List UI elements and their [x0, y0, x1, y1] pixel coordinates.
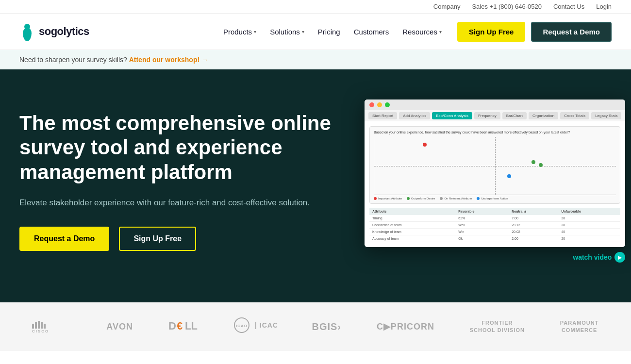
legend-label-relevant: On Relevant Attribute [444, 197, 472, 200]
chevron-down-icon: ▾ [302, 29, 304, 34]
brand-paramount: PARAMOUNTCOMMERCE [560, 319, 599, 334]
icao-logo-icon: ICAO | ICAO [233, 317, 277, 334]
svg-rect-4 [44, 324, 46, 329]
sales-link[interactable]: Sales +1 (800) 646-0520 [472, 3, 541, 10]
brand-dell: D € LL [168, 318, 198, 335]
watch-video-text: watch video [573, 253, 612, 261]
svg-text:ICAO: ICAO [236, 324, 248, 328]
col-neutral: Neutral ± [509, 208, 558, 215]
col-attribute: Attribute [369, 208, 455, 215]
nav-demo-button[interactable]: Request a Demo [531, 22, 612, 42]
cell-knowledge: Knowledge of team [369, 229, 455, 235]
svg-text:D: D [168, 320, 176, 332]
legend-label-outperform: Outperform Desire [411, 197, 435, 200]
chart-dot-green1 [531, 160, 535, 164]
top-bar: Company Sales +1 (800) 646-0520 Contact … [0, 0, 631, 14]
login-link[interactable]: Login [596, 3, 612, 10]
col-favorable: Favorable [455, 208, 509, 215]
nav-resources[interactable]: Resources ▾ [397, 24, 448, 40]
logo-strip: CISCO AVON D € LL ICAO | ICAO BGIS› C▶PR… [0, 302, 631, 351]
tab-cross-totals[interactable]: Cross Totals [560, 112, 589, 119]
hero-left: The most comprehensive online survey too… [19, 111, 345, 251]
legend-dot-blue [477, 197, 480, 200]
nav-signup-button[interactable]: Sign Up Free [457, 22, 526, 42]
chevron-down-icon: ▾ [254, 29, 256, 34]
chart-dot-blue [507, 174, 511, 178]
chart-legend: Important Attribute Outperform Desire On… [374, 197, 616, 200]
hero-subtitle: Elevate stakeholder experience with our … [19, 196, 345, 209]
table-row: Timing 62% 7.00 20 [369, 215, 620, 222]
cell-accuracy: Accuracy of team [369, 235, 455, 242]
brand-icao: ICAO | ICAO [233, 317, 277, 336]
svg-rect-2 [38, 321, 40, 329]
hero-title: The most comprehensive online survey too… [19, 111, 345, 184]
table-row: Accuracy of team Ok 2.00 20 [369, 235, 620, 242]
window-minimize-dot [377, 102, 382, 107]
main-nav: sogolytics Products ▾ Solutions ▾ Pricin… [0, 14, 631, 50]
tab-frequency[interactable]: Frequency [474, 112, 500, 119]
brand-cisco: CISCO [32, 319, 71, 335]
screenshot-content: Based on your online experience, how sat… [365, 121, 625, 247]
nav-pricing[interactable]: Pricing [312, 24, 346, 40]
tab-bar: Start Report Add Analytics Exp/Conn Anal… [365, 110, 625, 121]
nav-links: Products ▾ Solutions ▾ Pricing Customers… [217, 24, 448, 40]
tab-organization[interactable]: Organization [529, 112, 558, 119]
svg-text:| ICAO: | ICAO [255, 321, 277, 329]
svg-text:CISCO: CISCO [32, 329, 49, 333]
table-row: Knowledge of team Win 20.02 40 [369, 229, 620, 235]
company-link[interactable]: Company [433, 3, 461, 10]
hero-screenshot: Start Report Add Analytics Exp/Conn Anal… [365, 99, 625, 247]
scatter-chart: Based on your online experience, how sat… [369, 126, 620, 204]
chevron-down-icon: ▾ [439, 29, 442, 34]
cell-confidence: Confidence of team [369, 222, 455, 229]
cisco-logo-icon: CISCO [32, 319, 71, 333]
hero-signup-button[interactable]: Sign Up Free [119, 227, 196, 251]
dell-logo-icon: D € LL [168, 318, 198, 332]
svg-text:LL: LL [185, 320, 197, 332]
tab-start-report[interactable]: Start Report [368, 112, 397, 119]
tab-legacy-stats[interactable]: Legacy Stats [591, 112, 621, 119]
workshop-banner: Need to sharpen your survey skills? Atte… [0, 50, 631, 69]
contact-link[interactable]: Contact Us [553, 3, 584, 10]
brand-capricorn: C▶PRICORN [377, 321, 434, 332]
watch-video-link[interactable]: watch video ▶ [573, 252, 625, 263]
tab-add-analytics[interactable]: Add Analytics [399, 112, 430, 119]
col-unfavorable: Unfavorable [558, 208, 620, 215]
logo-icon [19, 22, 35, 41]
svg-text:€: € [177, 320, 183, 332]
watch-video-container: watch video ▶ [365, 247, 625, 263]
nav-customers[interactable]: Customers [348, 24, 395, 40]
brand-avon: AVON [106, 322, 133, 332]
table-row: Confidence of team Well 23.12 20 [369, 222, 620, 229]
cell-timing: Timing [369, 215, 455, 222]
legend-underperform: Underperform Action [477, 197, 508, 200]
nav-cta: Sign Up Free Request a Demo [457, 22, 612, 42]
legend-dot-green [407, 197, 410, 200]
tab-exp-conn[interactable]: Exp/Conn Analysis [432, 112, 472, 119]
brand-frontier: FRONTIERSCHOOL DIVISION [470, 319, 525, 334]
hero-right: Start Report Add Analytics Exp/Conn Anal… [365, 99, 625, 263]
logo-text: sogolytics [39, 25, 89, 38]
legend-label-important: Important Attribute [378, 197, 402, 200]
svg-rect-3 [41, 322, 43, 329]
legend-outperform: Outperform Desire [407, 197, 435, 200]
svg-rect-0 [32, 324, 34, 329]
window-close-dot [369, 102, 374, 107]
hero-demo-button[interactable]: Request a Demo [19, 227, 109, 251]
workshop-link[interactable]: Attend our workshop! → [129, 56, 208, 64]
legend-dot-grey [440, 197, 443, 200]
nav-solutions[interactable]: Solutions ▾ [264, 24, 310, 40]
svg-rect-1 [35, 322, 37, 329]
nav-products[interactable]: Products ▾ [217, 24, 262, 40]
tab-bar-chart[interactable]: Bar/Chart [502, 112, 527, 119]
legend-dot-red [374, 197, 377, 200]
legend-label-underperform: Underperform Action [481, 197, 508, 200]
chart-grid [374, 137, 616, 195]
workshop-text: Need to sharpen your survey skills? [19, 56, 127, 64]
chart-dot-green2 [539, 163, 543, 167]
legend-relevant: On Relevant Attribute [440, 197, 472, 200]
legend-important: Important Attribute [374, 197, 402, 200]
data-table: Attribute Favorable Neutral ± Unfavorabl… [369, 208, 620, 242]
chart-horizontal-line [374, 166, 616, 166]
logo[interactable]: sogolytics [19, 22, 89, 41]
